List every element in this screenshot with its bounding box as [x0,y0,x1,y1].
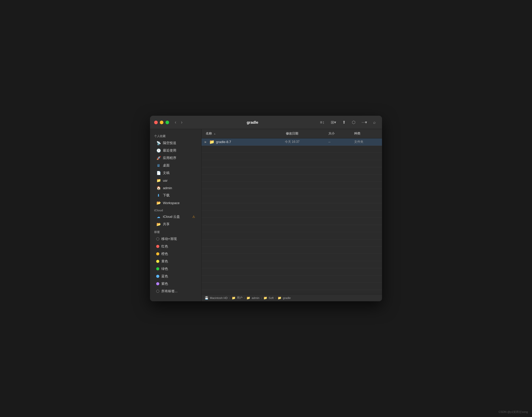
statusbar: 💾 Macintosh HD › 📁 用户 › 📁 admin › 📁 Soft [202,294,382,301]
tag-blue-dot [156,275,159,278]
empty-row [202,160,382,167]
tag-purple-label: 紫色 [161,281,168,286]
recent-icon: 🕐 [156,148,161,153]
window-title: gradle [187,120,318,124]
sidebar-item-airplay[interactable]: 📡 隔空投送 [152,139,199,147]
share-button[interactable]: ⬆ [340,119,348,126]
home-icon: 🏠 [156,186,161,190]
expand-arrow-icon[interactable]: ▶ [205,140,208,143]
sidebar-tag-motion[interactable]: 移动+渐现 [152,235,199,243]
sep-2: › [244,296,245,299]
breadcrumb-hd[interactable]: 💾 Macintosh HD [205,296,228,300]
workspace-icon: 📂 [156,201,161,205]
finder-window: ‹ › gradle ≡↕ ⊞▾ ⬆ ⬡ ···▾ ⌕ [150,116,382,301]
file-row-date: 今天 16:37 [282,140,325,144]
grid-view-button[interactable]: ⊞▾ [329,119,338,126]
sort-icon: ▲ [213,132,216,135]
sidebar-item-download-label: 下载 [163,193,170,198]
empty-row [202,268,382,276]
empty-row [202,153,382,160]
sidebar-tag-yellow[interactable]: 黄色 [152,258,199,265]
back-button[interactable]: ‹ [173,119,178,126]
sidebar-tag-green[interactable]: 绿色 [152,265,199,272]
empty-row [202,182,382,189]
sidebar-item-admin-label: admin [163,186,172,190]
breadcrumb-soft[interactable]: 📁 Soft [263,296,274,300]
shared-icon: 📂 [156,222,161,227]
col-date-header[interactable]: 修改日期 [283,131,325,136]
sidebar-tag-orange[interactable]: 橙色 [152,250,199,257]
admin-folder-icon: 📁 [246,296,250,300]
sidebar-item-workspace[interactable]: 📂 Workspace [152,199,199,206]
list-view-button[interactable]: ≡↕ [318,119,326,126]
column-header: 名称 ▲ 修改日期 大小 种类 [202,129,382,138]
col-name-header[interactable]: 名称 ▲ [202,131,283,136]
grid-view-icon: ⊞▾ [331,120,336,125]
file-row-name: ▶ 📁 gradle-8.7 [202,139,282,144]
tag-button[interactable]: ⬡ [350,119,358,126]
users-folder-icon: 📁 [232,296,236,300]
sidebar-item-recent[interactable]: 🕐 最近使用 [152,147,199,154]
sidebar-tag-red[interactable]: 红色 [152,243,199,250]
tag-red-dot [156,245,159,248]
hd-icon: 💾 [205,296,209,300]
sidebar-item-desktop[interactable]: 🖥 桌面 [152,162,199,169]
sidebar-item-admin[interactable]: 🏠 admin [152,184,199,191]
tag-yellow-label: 黄色 [161,259,168,264]
table-row[interactable]: ▶ 📁 gradle-8.7 今天 16:37 -- 文件夹 [202,138,382,146]
apps-icon: 🚀 [156,156,161,160]
airplay-icon: 📡 [156,141,161,145]
empty-row [202,261,382,268]
col-kind-header[interactable]: 种类 [351,131,382,136]
empty-row [202,232,382,239]
sidebar-item-icloud-drive[interactable]: ☁ iCloud 云盘 ⚠ [152,213,199,220]
sidebar-item-apps[interactable]: 🚀 应用程序 [152,154,199,162]
empty-row [202,290,382,294]
close-button[interactable] [154,121,158,124]
sidebar-item-docs[interactable]: 📄 文稿 [152,169,199,177]
sidebar-item-download[interactable]: ⬇ 下载 [152,192,199,199]
search-button[interactable]: ⌕ [371,119,378,126]
sidebar-item-docs-label: 文稿 [163,171,170,175]
maximize-button[interactable] [165,121,169,124]
empty-row [202,225,382,232]
watermark: CSDN @y1笑而过song [498,410,528,414]
icloud-icon: ☁ [156,214,161,219]
sidebar-tag-all[interactable]: 所有标签... [152,288,199,295]
file-name: gradle-8.7 [216,140,231,144]
tag-green-label: 绿色 [161,266,168,271]
folder-icon: 📁 [209,139,214,144]
download-icon: ⬇ [156,193,161,198]
empty-row [202,247,382,254]
minimize-button[interactable] [160,121,163,124]
desktop-icon: 🖥 [156,163,161,168]
sidebar-item-icloud-label: iCloud 云盘 [163,214,180,219]
tag-icon: ⬡ [352,120,355,125]
usr-icon: 📁 [156,178,161,183]
breadcrumb-admin[interactable]: 📁 admin [246,296,259,300]
breadcrumb-gradle[interactable]: 📁 gradle [278,296,291,300]
sidebar-tag-blue[interactable]: 蓝色 [152,273,199,280]
sidebar-item-shared-label: 共享 [163,222,170,227]
empty-row [202,196,382,203]
empty-row [202,239,382,247]
content-area: 个人收藏 📡 隔空投送 🕐 最近使用 🚀 应用程序 🖥 桌面 📄 文稿 [150,129,382,301]
soft-folder-icon: 📁 [263,296,267,300]
empty-row [202,203,382,211]
tag-green-dot [156,267,159,270]
breadcrumb-gradle-label: gradle [283,296,291,299]
more-button[interactable]: ···▾ [360,119,369,126]
sidebar-item-shared[interactable]: 📂 共享 [152,221,199,228]
tag-orange-dot [156,252,159,255]
tag-purple-dot [156,282,159,285]
breadcrumb-users[interactable]: 📁 用户 [232,296,243,300]
sidebar-tag-purple[interactable]: 紫色 [152,280,199,287]
list-view-icon: ≡↕ [320,120,324,125]
empty-row [202,254,382,261]
forward-button[interactable]: › [179,119,184,126]
more-icon: ···▾ [362,120,367,125]
sidebar-item-usr[interactable]: 📁 usr [152,177,199,184]
gradle-folder-icon: 📁 [278,296,281,300]
sidebar-item-workspace-label: Workspace [163,201,180,205]
col-size-header[interactable]: 大小 [325,131,351,136]
